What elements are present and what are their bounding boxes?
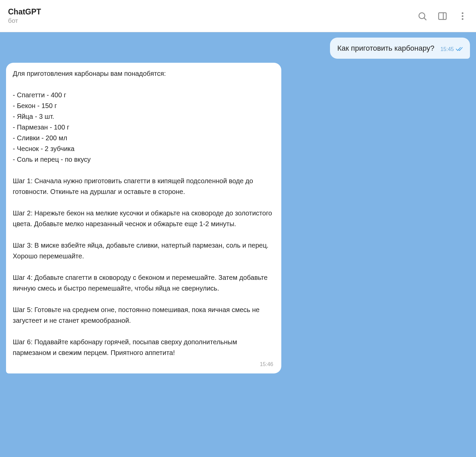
message-row-incoming: Для приготовления карбонары вам понадобя… xyxy=(6,63,470,373)
chat-subtitle: бот xyxy=(8,17,41,24)
chat-title: ChatGPT xyxy=(8,7,41,16)
message-time: 15:45 xyxy=(440,45,454,54)
read-status-icon xyxy=(456,46,463,52)
chat-messages-area[interactable]: Как приготовить карбонару? 15:45 Для при… xyxy=(0,32,476,457)
svg-point-5 xyxy=(462,15,464,17)
message-bubble-incoming[interactable]: Для приготовления карбонары вам понадобя… xyxy=(6,63,281,373)
header-actions xyxy=(417,11,468,21)
svg-point-6 xyxy=(462,18,464,20)
message-time: 15:46 xyxy=(13,360,275,369)
message-meta: 15:45 xyxy=(440,45,463,54)
svg-rect-2 xyxy=(439,13,446,19)
chat-header: ChatGPT бот xyxy=(0,0,476,32)
svg-line-1 xyxy=(424,18,426,20)
chat-header-info[interactable]: ChatGPT бот xyxy=(8,7,41,24)
search-icon[interactable] xyxy=(417,11,428,21)
sidebar-toggle-icon[interactable] xyxy=(437,11,448,21)
message-bubble-outgoing[interactable]: Как приготовить карбонару? 15:45 xyxy=(330,38,470,59)
svg-point-4 xyxy=(462,12,464,14)
message-text: Для приготовления карбонары вам понадобя… xyxy=(13,68,275,358)
message-text: Как приготовить карбонару? xyxy=(337,42,434,54)
message-row-outgoing: Как приготовить карбонару? 15:45 xyxy=(6,38,470,59)
more-options-icon[interactable] xyxy=(457,11,468,21)
